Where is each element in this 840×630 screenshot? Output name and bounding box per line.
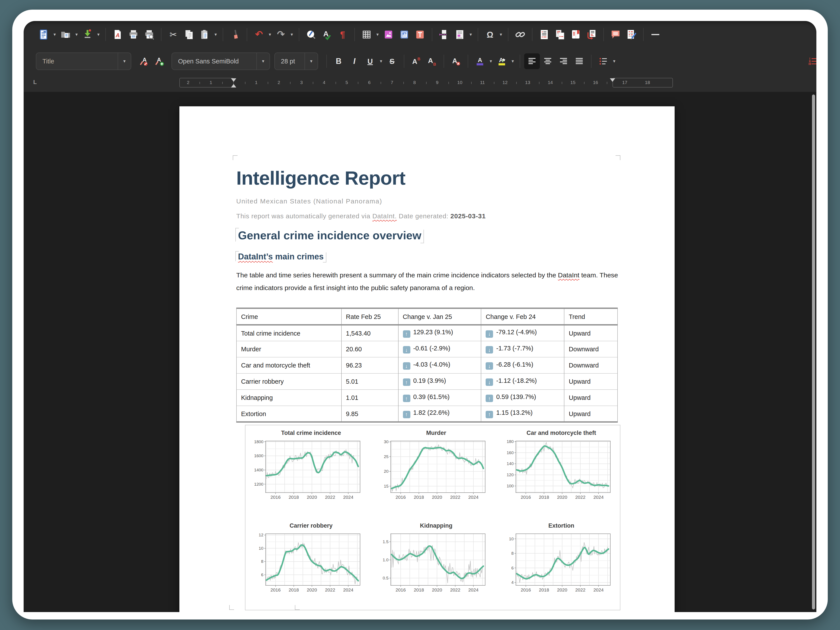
save-button[interactable] [80, 27, 95, 43]
find-replace-button[interactable] [303, 27, 319, 43]
clear-formatting-button[interactable]: A [448, 54, 464, 69]
toolbar-separator [520, 55, 520, 68]
chevron-down-icon[interactable]: ▼ [305, 53, 317, 69]
tab-stop-selector[interactable]: L [33, 79, 37, 85]
paste-button[interactable] [197, 27, 213, 43]
chevron-down-icon[interactable]: ▼ [374, 27, 381, 43]
chevron-down-icon[interactable]: ▼ [498, 27, 504, 43]
new-style-button[interactable]: A [152, 54, 167, 69]
align-center-button[interactable] [540, 54, 556, 69]
redo-button[interactable]: ↷ [273, 27, 289, 43]
arrow-down-icon: ↓ [403, 346, 410, 354]
formatting-marks-button[interactable]: ¶ [335, 27, 351, 43]
insert-table-button[interactable] [359, 27, 374, 43]
print-button[interactable] [126, 27, 141, 43]
chevron-down-icon[interactable]: ▼ [118, 53, 131, 69]
clone-formatting-button[interactable] [227, 27, 243, 43]
copy-button[interactable] [181, 27, 197, 43]
ruler[interactable]: L 21123456789101112131415161718 [24, 74, 816, 92]
svg-text:✂: ✂ [169, 30, 177, 39]
subscript-button[interactable]: AB [424, 54, 440, 69]
italic-button[interactable]: I [346, 54, 362, 69]
comment-button[interactable] [608, 27, 624, 43]
chevron-down-icon[interactable]: ▼ [267, 27, 273, 43]
cross-reference-button[interactable] [584, 27, 599, 43]
align-right-button[interactable] [556, 54, 572, 69]
strikethrough-button[interactable]: S [384, 54, 400, 69]
superscript-button[interactable]: AB [408, 54, 424, 69]
spelling-button[interactable]: A [319, 27, 335, 43]
chart-plot: 120014001600180020162018202020222024 [245, 437, 371, 515]
chart-plot: 1520253020162018202020222024 [371, 437, 496, 515]
chevron-down-icon[interactable]: ▼ [95, 27, 101, 43]
chevron-down-icon[interactable]: ▼ [510, 54, 516, 69]
svg-text:S: S [390, 57, 395, 65]
print-preview-button[interactable] [141, 27, 157, 43]
arrow-up-icon: ↑ [403, 411, 410, 418]
table-cell: Upward [564, 373, 617, 390]
svg-text:1400: 1400 [254, 468, 264, 472]
export-pdf-button[interactable]: A [110, 27, 126, 43]
bold-button[interactable]: B [331, 54, 346, 69]
table-cell: ↓-0.61 (-2.9%) [398, 341, 481, 357]
hyperlink-button[interactable] [512, 27, 528, 43]
insert-textbox-button[interactable] [412, 27, 428, 43]
chart-title: Total crime incidence [254, 429, 368, 436]
svg-text:140: 140 [507, 461, 514, 466]
highlight-color-button[interactable]: A [494, 54, 510, 69]
mini-chart-car-and-motorcycle-theft: Car and motorcycle theft1001201401601802… [496, 425, 621, 518]
update-style-button[interactable]: A [136, 54, 152, 69]
paragraph-style-combo[interactable]: Title ▼ [36, 52, 131, 70]
special-character-button[interactable]: Ω [482, 27, 498, 43]
insert-endnote-button[interactable] [552, 27, 568, 43]
table-cell: 96.23 [341, 357, 398, 373]
align-left-button[interactable] [524, 54, 540, 69]
document-page[interactable]: Intelligence Report United Mexican State… [179, 106, 675, 612]
justify-button[interactable] [572, 54, 587, 69]
chart-plot: 4681020162018202020222024 [496, 530, 621, 607]
chevron-down-icon[interactable]: ▼ [378, 54, 384, 69]
chevron-down-icon[interactable]: ▼ [611, 54, 617, 69]
chevron-down-icon[interactable]: ▼ [52, 27, 58, 43]
svg-text:2020: 2020 [557, 587, 567, 592]
insert-image-button[interactable] [381, 27, 396, 43]
chevron-down-icon[interactable]: ▼ [213, 27, 219, 43]
insert-field-button[interactable] [452, 27, 468, 43]
vertical-scrollbar[interactable] [812, 95, 815, 609]
track-changes-button[interactable] [624, 27, 639, 43]
font-color-button[interactable]: A [472, 54, 488, 69]
horizontal-line-button[interactable] [647, 27, 663, 43]
bookmark-button[interactable] [568, 27, 584, 43]
page-break-button[interactable] [436, 27, 452, 43]
svg-text:2020: 2020 [432, 587, 442, 592]
numbered-list-button[interactable]: IIIIII [805, 54, 816, 69]
svg-text:2018: 2018 [539, 494, 549, 500]
insert-footnote-button[interactable] [536, 27, 552, 43]
chevron-down-icon[interactable]: ▼ [289, 27, 295, 43]
bullet-list-button[interactable] [595, 54, 611, 69]
new-document-button[interactable] [36, 27, 52, 43]
table-cell: 9.85 [341, 406, 398, 422]
cut-button[interactable]: ✂ [165, 27, 181, 43]
insert-chart-button[interactable] [396, 27, 412, 43]
chevron-down-icon[interactable]: ▼ [488, 54, 494, 69]
table-row: Murder20.60↓-0.61 (-2.9%)↓-1.73 (-7.7%)D… [237, 341, 617, 357]
undo-button[interactable]: ↶ [251, 27, 267, 43]
underline-button[interactable]: U [362, 54, 378, 69]
crime-table: CrimeRate Feb 25Change v. Jan 25Change v… [236, 308, 618, 423]
insert-image-icon [383, 29, 394, 40]
document-canvas[interactable]: Intelligence Report United Mexican State… [24, 92, 816, 612]
insert-field-icon [454, 29, 466, 40]
chevron-down-icon[interactable]: ▼ [468, 27, 474, 43]
insert-endnote-icon [554, 29, 566, 40]
text-boundary-mark [233, 155, 238, 160]
spelling-icon: A [321, 29, 333, 40]
font-size-combo[interactable]: 28 pt▼ [274, 52, 318, 70]
chevron-down-icon[interactable]: ▼ [256, 53, 270, 69]
standard-toolbar: ▼▼▼A✂▼↶▼↷▼A¶▼▼Ω▼ [24, 21, 816, 48]
chart-title: Extortion [504, 523, 618, 529]
chevron-down-icon[interactable]: ▼ [74, 27, 80, 43]
font-name-combo[interactable]: Open Sans SemiBold▼ [172, 52, 270, 70]
align-right-icon [558, 55, 569, 67]
open-folder-button[interactable] [58, 27, 74, 43]
